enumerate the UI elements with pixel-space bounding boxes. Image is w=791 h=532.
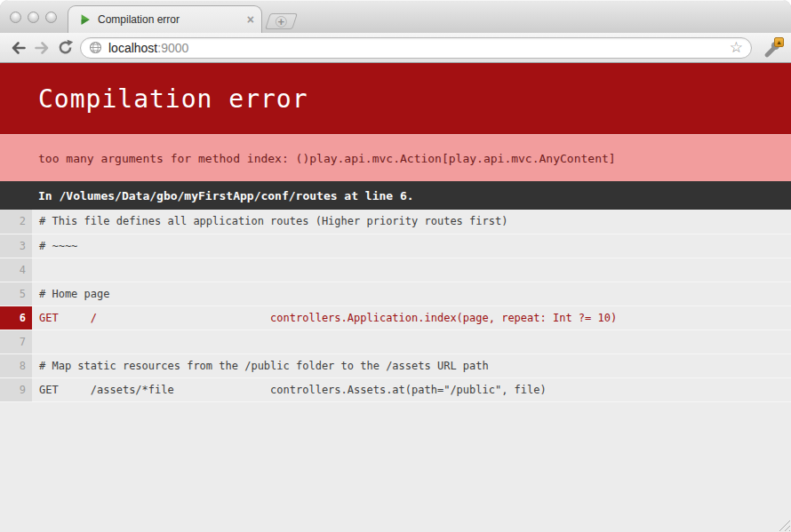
url-text: localhost:9000 <box>108 41 188 55</box>
error-detail-banner: too many arguments for method index: ()p… <box>0 134 791 181</box>
reload-icon <box>57 39 74 56</box>
tab-strip: Compilation error × + <box>0 0 791 33</box>
omnibox[interactable]: localhost:9000 ☆ <box>80 37 752 59</box>
url-host: localhost <box>108 41 157 55</box>
source-code-listing: 2 # This file defines all application ro… <box>0 210 791 401</box>
line-text: # This file defines all application rout… <box>32 210 507 234</box>
line-number: 6 <box>0 306 32 330</box>
line-number: 7 <box>0 330 32 353</box>
code-line: 7 <box>0 330 791 353</box>
bookmark-star-icon[interactable]: ☆ <box>730 40 743 55</box>
url-port: :9000 <box>157 41 188 55</box>
code-line: 5 # Home page <box>0 282 791 306</box>
code-line: 9 GET /assets/*file controllers.Assets.a… <box>0 377 791 401</box>
tab-title: Compilation error <box>98 13 247 26</box>
line-text: # Home page <box>32 282 109 306</box>
forward-arrow-icon <box>33 39 51 57</box>
line-text: GET / controllers.Application.index(page… <box>32 306 617 330</box>
line-number: 2 <box>0 210 32 234</box>
line-text <box>32 330 39 353</box>
line-text <box>32 258 39 282</box>
navigation-toolbar: localhost:9000 ☆ ▲ <box>0 33 791 63</box>
code-line: 2 # This file defines all application ro… <box>0 210 791 234</box>
line-number: 5 <box>0 282 32 306</box>
window-controls <box>10 12 57 23</box>
update-badge-icon: ▲ <box>774 37 784 47</box>
error-page: Compilation error too many arguments for… <box>0 63 791 532</box>
zoom-button[interactable] <box>45 12 57 23</box>
back-arrow-icon <box>10 39 28 57</box>
error-message: too many arguments for method index: ()p… <box>38 152 616 165</box>
wrench-menu-button[interactable]: ▲ <box>761 37 784 59</box>
browser-window: Compilation error × + <box>0 0 791 532</box>
plus-icon: + <box>276 16 287 28</box>
play-framework-icon <box>79 13 92 26</box>
code-line: 4 <box>0 258 791 282</box>
error-header: Compilation error <box>0 63 791 134</box>
line-text: # ~~~~ <box>32 234 77 258</box>
code-line-error: 6 GET / controllers.Application.index(pa… <box>0 306 791 330</box>
code-line: 8 # Map static resources from the /publi… <box>0 353 791 377</box>
line-number: 4 <box>0 258 32 282</box>
line-number: 3 <box>0 234 32 258</box>
error-location: In /Volumes/Data/gbo/myFirstApp/conf/rou… <box>38 189 414 202</box>
error-location-bar: In /Volumes/Data/gbo/myFirstApp/conf/rou… <box>0 181 791 210</box>
minimize-button[interactable] <box>28 12 39 23</box>
tab-close-icon[interactable]: × <box>247 13 254 26</box>
line-number: 9 <box>0 378 32 401</box>
back-button[interactable] <box>7 36 30 60</box>
page-background <box>0 401 791 532</box>
line-number: 8 <box>0 354 32 377</box>
code-line: 3 # ~~~~ <box>0 234 791 258</box>
page-title: Compilation error <box>38 84 308 114</box>
tab-compilation-error[interactable]: Compilation error × <box>68 5 262 33</box>
forward-button[interactable] <box>30 36 53 60</box>
line-text: # Map static resources from the /public … <box>32 354 489 377</box>
reload-button[interactable] <box>53 36 76 60</box>
close-button[interactable] <box>10 12 21 23</box>
line-text: GET /assets/*file controllers.Assets.at(… <box>32 378 547 401</box>
site-info-globe-icon[interactable] <box>89 41 102 54</box>
new-tab-button[interactable]: + <box>265 13 298 29</box>
